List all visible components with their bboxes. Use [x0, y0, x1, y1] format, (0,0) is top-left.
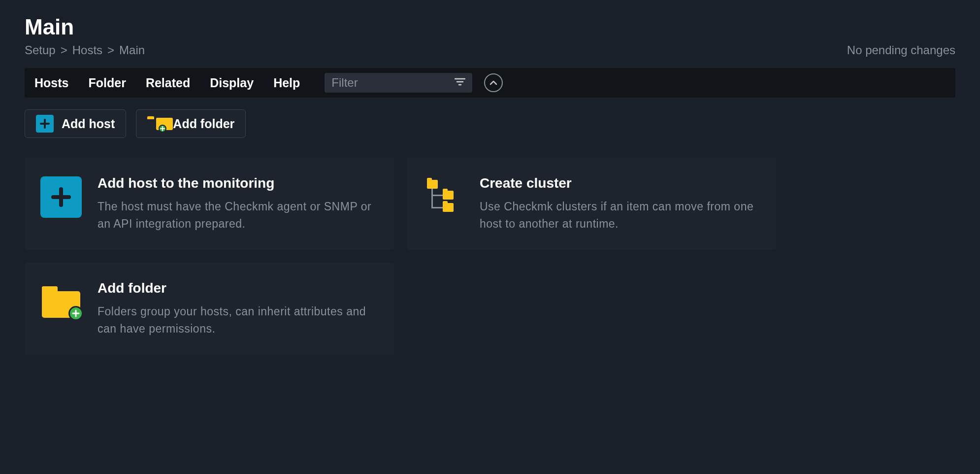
page-title: Main — [25, 15, 145, 39]
breadcrumb-separator: > — [107, 43, 114, 57]
menu-related[interactable]: Related — [146, 76, 190, 90]
card-add-folder[interactable]: Add folder Folders group your hosts, can… — [25, 263, 394, 355]
breadcrumb-hosts[interactable]: Hosts — [72, 43, 102, 57]
cluster-icon — [426, 180, 460, 214]
menu-help[interactable]: Help — [273, 76, 300, 90]
card-desc: The host must have the Checkmk agent or … — [98, 198, 379, 232]
breadcrumb-main[interactable]: Main — [119, 43, 145, 57]
card-title: Add host to the monitoring — [98, 175, 379, 191]
breadcrumb-setup[interactable]: Setup — [25, 43, 56, 57]
menu-folder[interactable]: Folder — [88, 76, 126, 90]
add-folder-button[interactable]: Add folder — [136, 109, 246, 138]
filter-box[interactable] — [325, 73, 472, 93]
card-create-cluster[interactable]: Create cluster Use Checkmk clusters if a… — [407, 158, 776, 250]
card-desc: Folders group your hosts, can inherit at… — [98, 303, 379, 337]
page-header: Main Setup > Hosts > Main No pending cha… — [25, 15, 955, 57]
card-title: Add folder — [98, 280, 379, 296]
filter-input[interactable] — [331, 76, 455, 90]
menu-display[interactable]: Display — [210, 76, 254, 90]
plus-icon — [36, 115, 54, 133]
card-add-host[interactable]: Add host to the monitoring The host must… — [25, 158, 394, 250]
cards-grid: Add host to the monitoring The host must… — [25, 158, 955, 355]
add-folder-label: Add folder — [173, 117, 234, 131]
plus-icon — [40, 176, 82, 218]
collapse-toggle[interactable] — [484, 73, 503, 92]
filter-icon — [455, 77, 465, 88]
breadcrumb: Setup > Hosts > Main — [25, 43, 145, 57]
folder-plus-icon — [42, 286, 80, 318]
add-host-label: Add host — [62, 117, 115, 131]
card-desc: Use Checkmk clusters if an item can move… — [480, 198, 761, 232]
action-buttons: Add host Add folder — [25, 109, 955, 138]
card-title: Create cluster — [480, 175, 761, 191]
menu-hosts[interactable]: Hosts — [34, 76, 68, 90]
menubar: Hosts Folder Related Display Help — [25, 68, 955, 98]
breadcrumb-separator: > — [61, 43, 67, 57]
chevron-up-icon — [490, 80, 497, 85]
pending-changes-status[interactable]: No pending changes — [847, 43, 955, 57]
add-host-button[interactable]: Add host — [25, 109, 126, 138]
folder-plus-icon — [147, 116, 165, 131]
